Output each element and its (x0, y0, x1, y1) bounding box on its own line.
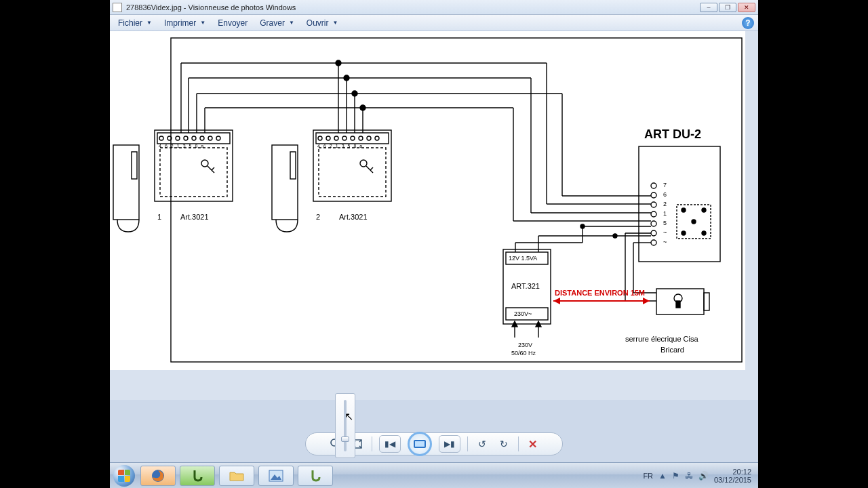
minimize-button[interactable]: – (700, 3, 717, 12)
svg-point-43 (702, 208, 706, 212)
svg-point-80 (360, 160, 367, 167)
separator (372, 436, 372, 451)
tray-volume-icon[interactable]: 🔊 (698, 471, 709, 481)
svg-rect-26 (157, 133, 230, 144)
taskbar-camtasia-2[interactable] (298, 466, 333, 486)
psu-model: ART.321 (511, 282, 540, 290)
svg-point-89 (208, 136, 212, 140)
unit2-terms: 4621358a (317, 144, 366, 148)
close-button[interactable]: ✕ (738, 3, 755, 12)
next-button[interactable]: ▶▮ (439, 435, 460, 453)
svg-rect-25 (155, 130, 233, 201)
lock-label-1: serrure élecrique Cisa (625, 335, 698, 343)
tray-time: 20:12 (714, 468, 751, 476)
svg-rect-32 (290, 152, 296, 179)
svg-point-94 (342, 136, 347, 140)
previous-button[interactable]: ▮◀ (379, 435, 401, 453)
svg-point-85 (176, 136, 180, 140)
svg-point-87 (192, 136, 196, 140)
svg-point-44 (682, 231, 686, 235)
zoom-slider[interactable] (335, 393, 355, 458)
psu-top: 12V 1.5VA (509, 255, 537, 262)
svg-point-38 (651, 221, 656, 226)
tray-clock[interactable]: 20:12 03/12/2015 (714, 468, 751, 484)
psu-mains1: 230V (518, 342, 532, 348)
tray-network-icon[interactable]: 🖧 (685, 471, 693, 481)
du2-term-1: 1 (663, 210, 667, 217)
psu-bottom: 230V~ (514, 310, 532, 317)
help-icon[interactable]: ? (742, 17, 754, 29)
svg-point-42 (682, 208, 686, 212)
app-icon (113, 3, 122, 12)
svg-point-46 (692, 220, 696, 224)
separator (467, 436, 468, 451)
menu-file[interactable]: Fichier▼ (114, 17, 156, 29)
du2-term-2: 2 (663, 201, 667, 207)
start-button[interactable] (110, 463, 138, 489)
menu-print[interactable]: Imprimer▼ (160, 17, 210, 29)
unit1-model: Art.3021 (180, 213, 209, 221)
tray-date: 03/12/2015 (714, 476, 751, 484)
tray-flag-icon[interactable]: ▲ (658, 471, 667, 481)
du2-term-7: 7 (663, 182, 667, 188)
wiring-diagram (110, 31, 745, 370)
language-indicator[interactable]: FR (643, 472, 653, 480)
tray-action-center-icon[interactable]: ⚑ (672, 471, 679, 481)
svg-rect-76 (319, 148, 386, 197)
svg-marker-73 (553, 298, 560, 304)
svg-point-39 (651, 230, 656, 236)
svg-point-95 (351, 136, 355, 140)
du2-term-6: 6 (663, 191, 667, 198)
rotate-ccw-button[interactable]: ↺ (475, 436, 490, 451)
svg-point-40 (651, 240, 656, 245)
svg-rect-75 (160, 148, 227, 197)
du2-title: ART DU-2 (644, 127, 701, 142)
menu-burn[interactable]: Graver▼ (256, 17, 298, 29)
svg-rect-31 (272, 145, 298, 220)
svg-rect-30 (316, 133, 389, 144)
svg-line-79 (212, 167, 214, 170)
svg-line-78 (208, 166, 214, 173)
svg-point-35 (651, 192, 656, 198)
unit2-number: 2 (316, 213, 320, 221)
menu-email[interactable]: Envoyer (214, 17, 252, 29)
delete-button[interactable]: ✕ (526, 436, 540, 451)
svg-point-91 (318, 136, 322, 140)
taskbar-firefox[interactable] (140, 466, 176, 486)
menu-open[interactable]: Ouvrir▼ (302, 17, 342, 29)
maximize-button[interactable]: ❐ (719, 3, 736, 12)
svg-line-81 (366, 166, 373, 173)
rotate-cw-button[interactable]: ↻ (496, 436, 511, 451)
svg-point-86 (184, 136, 188, 140)
psu-mains2: 50/60 Hz (511, 350, 536, 357)
svg-point-93 (334, 136, 338, 140)
svg-marker-74 (643, 298, 650, 304)
svg-point-77 (201, 160, 208, 167)
displayed-image: ART DU-2 1 Art.3021 2 Art.3021 12V 1.5VA… (110, 31, 745, 370)
system-tray: FR ▲ ⚑ 🖧 🔊 20:12 03/12/2015 (643, 468, 758, 484)
slideshow-button[interactable] (408, 432, 432, 456)
unit1-terms: 4621358a (159, 144, 207, 148)
svg-rect-103 (415, 441, 425, 447)
window-title: 278836Videx.jpg - Visionneuse de photos … (126, 3, 296, 12)
windows-orb-icon (113, 465, 135, 487)
svg-rect-27 (113, 145, 139, 220)
menubar: Fichier▼ Imprimer▼ Envoyer Graver▼ Ouvri… (110, 15, 758, 31)
taskbar-photo-viewer[interactable] (258, 466, 294, 486)
svg-rect-29 (313, 130, 391, 201)
svg-point-45 (702, 231, 706, 235)
svg-rect-28 (132, 152, 137, 179)
du2-term-ac2: ~ (663, 239, 667, 245)
zoom-thumb[interactable] (341, 436, 349, 442)
svg-point-90 (216, 136, 220, 140)
taskbar-camtasia[interactable] (180, 466, 215, 486)
distance-label: DISTANCE ENVIRON 15M (555, 289, 645, 297)
taskbar: FR ▲ ⚑ 🖧 🔊 20:12 03/12/2015 (110, 462, 758, 488)
svg-point-97 (367, 136, 371, 140)
svg-rect-65 (676, 301, 680, 308)
svg-point-36 (651, 202, 656, 207)
du2-term-ac1: ~ (663, 229, 667, 236)
svg-point-34 (651, 183, 656, 188)
taskbar-explorer[interactable] (219, 466, 254, 486)
svg-point-92 (326, 136, 330, 140)
